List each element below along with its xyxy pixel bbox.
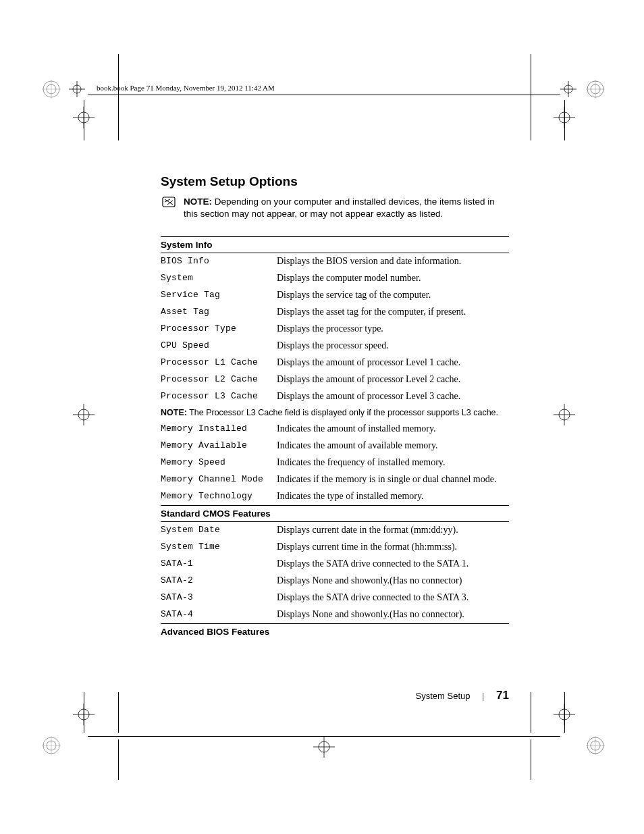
setting-label: Memory Installed — [161, 423, 277, 434]
setting-description: Displays the computer model number. — [277, 273, 509, 284]
registration-mark-icon — [586, 736, 605, 758]
setting-label: Memory Channel Mode — [161, 474, 277, 485]
registration-mark-icon — [586, 80, 605, 101]
table-note-row: NOTE: The Processor L3 Cache field is di… — [161, 405, 509, 421]
table-row: Processor TypeDisplays the processor typ… — [161, 321, 509, 338]
table-row: Memory TechnologyIndicates the type of i… — [161, 488, 509, 505]
table-row: BIOS InfoDisplays the BIOS version and d… — [161, 253, 509, 270]
table-section-header: System Info — [161, 236, 509, 253]
setting-description: Indicates if the memory is in single or … — [277, 474, 509, 485]
crosshair-mark-icon — [73, 107, 95, 131]
setting-label: BIOS Info — [161, 256, 277, 267]
crosshair-mark-icon — [554, 107, 575, 131]
crop-vline — [118, 54, 119, 105]
table-row: Memory SpeedIndicates the frequency of i… — [161, 454, 509, 471]
setting-description: Displays the asset tag for the computer,… — [277, 307, 509, 317]
table-row: SATA-2Displays None and showonly.(Has no… — [161, 573, 509, 590]
table-section-header: Advanced BIOS Features — [161, 623, 509, 640]
note-text: NOTE: Depending on your computer and ins… — [184, 196, 509, 220]
table-row: System DateDisplays current date in the … — [161, 522, 509, 539]
setting-description: Indicates the type of installed memory. — [277, 491, 509, 502]
setting-description: Displays current date in the format (mm:… — [277, 525, 509, 536]
setting-label: CPU Speed — [161, 340, 277, 351]
setting-description: Indicates the amount of installed memory… — [277, 423, 509, 434]
setting-label: SATA-3 — [161, 592, 277, 603]
crop-vline — [531, 100, 531, 140]
table-row: Processor L2 CacheDisplays the amount of… — [161, 371, 509, 388]
setting-description: Displays the amount of processor Level 3… — [277, 391, 509, 402]
setting-label: Memory Speed — [161, 457, 277, 468]
table-note-text: The Processor L3 Cache field is displaye… — [187, 408, 498, 417]
table-section-header: Standard CMOS Features — [161, 505, 509, 522]
setting-label: Memory Technology — [161, 491, 277, 502]
section-title: System Setup Options — [161, 174, 509, 189]
table-row: Service TagDisplays the service tag of t… — [161, 287, 509, 304]
note-block: NOTE: Depending on your computer and ins… — [161, 196, 509, 220]
page-footer: System Setup | 71 — [416, 689, 509, 702]
setting-label: System — [161, 273, 277, 284]
table-row: SystemDisplays the computer model number… — [161, 270, 509, 287]
setting-label: SATA-1 — [161, 558, 277, 569]
note-label: NOTE: — [184, 197, 212, 207]
setting-description: Displays the SATA drive connected to the… — [277, 558, 509, 569]
table-row: Memory Channel ModeIndicates if the memo… — [161, 471, 509, 488]
crop-vline — [118, 739, 119, 780]
crop-vline — [118, 100, 119, 140]
page-content: System Setup Options NOTE: Depending on … — [161, 174, 509, 640]
registration-mark-icon — [42, 80, 61, 101]
note-icon — [162, 197, 176, 207]
crop-vline — [531, 739, 531, 780]
setting-description: Displays the BIOS version and date infor… — [277, 256, 509, 267]
running-header: book.book Page 71 Monday, November 19, 2… — [97, 84, 275, 92]
table-row: SATA-1Displays the SATA drive connected … — [161, 556, 509, 573]
table-row: Memory AvailableIndicates the amount of … — [161, 438, 509, 454]
setting-description: Indicates the frequency of installed mem… — [277, 457, 509, 468]
setting-label: System Date — [161, 525, 277, 536]
setting-label: Service Tag — [161, 290, 277, 301]
setting-description: Displays None and showonly.(Has no conne… — [277, 609, 509, 620]
crosshair-mark-icon — [554, 404, 575, 428]
setting-label: Asset Tag — [161, 307, 277, 317]
setting-label: Processor L3 Cache — [161, 391, 277, 402]
crosshair-mark-icon — [73, 704, 95, 728]
setting-label: Memory Available — [161, 440, 277, 451]
table-row: Asset TagDisplays the asset tag for the … — [161, 304, 509, 321]
registration-mark-icon — [42, 736, 61, 758]
tables-container: System InfoBIOS InfoDisplays the BIOS ve… — [161, 236, 509, 640]
setting-description: Indicates the amount of available memory… — [277, 440, 509, 451]
setting-label: SATA-4 — [161, 609, 277, 620]
note-body: Depending on your computer and installed… — [184, 197, 495, 219]
crosshair-mark-icon — [73, 404, 95, 428]
setting-description: Displays current time in the format (hh:… — [277, 542, 509, 552]
crosshair-mark-icon — [313, 736, 335, 760]
crosshair-mark-icon — [68, 80, 86, 101]
crosshair-mark-icon — [554, 704, 575, 728]
table-row: CPU SpeedDisplays the processor speed. — [161, 338, 509, 355]
crop-vline — [118, 692, 119, 733]
footer-separator: | — [482, 691, 484, 702]
table-row: Processor L1 CacheDisplays the amount of… — [161, 355, 509, 371]
setting-description: Displays the service tag of the computer… — [277, 290, 509, 301]
crop-vline — [531, 692, 531, 733]
footer-page-number: 71 — [496, 689, 509, 702]
setting-label: Processor L1 Cache — [161, 357, 277, 368]
crosshair-mark-icon — [559, 80, 578, 101]
setting-label: SATA-2 — [161, 575, 277, 586]
setting-description: Displays the processor type. — [277, 323, 509, 334]
table-row: SATA-4Displays None and showonly.(Has no… — [161, 606, 509, 623]
table-row: System TimeDisplays current time in the … — [161, 539, 509, 556]
table-row: Memory InstalledIndicates the amount of … — [161, 421, 509, 438]
table-row: Processor L3 CacheDisplays the amount of… — [161, 388, 509, 405]
setting-description: Displays the SATA drive connected to the… — [277, 592, 509, 603]
crop-vline — [531, 54, 531, 105]
crop-line-top — [88, 95, 560, 95]
table-note-label: NOTE: — [161, 408, 187, 417]
setting-description: Displays None and showonly.(Has no conne… — [277, 575, 509, 586]
setting-label: Processor Type — [161, 323, 277, 334]
setting-description: Displays the amount of processor Level 1… — [277, 357, 509, 368]
setting-description: Displays the processor speed. — [277, 340, 509, 351]
setting-description: Displays the amount of processor Level 2… — [277, 374, 509, 385]
table-row: SATA-3Displays the SATA drive connected … — [161, 590, 509, 606]
setting-label: System Time — [161, 542, 277, 552]
setting-label: Processor L2 Cache — [161, 374, 277, 385]
